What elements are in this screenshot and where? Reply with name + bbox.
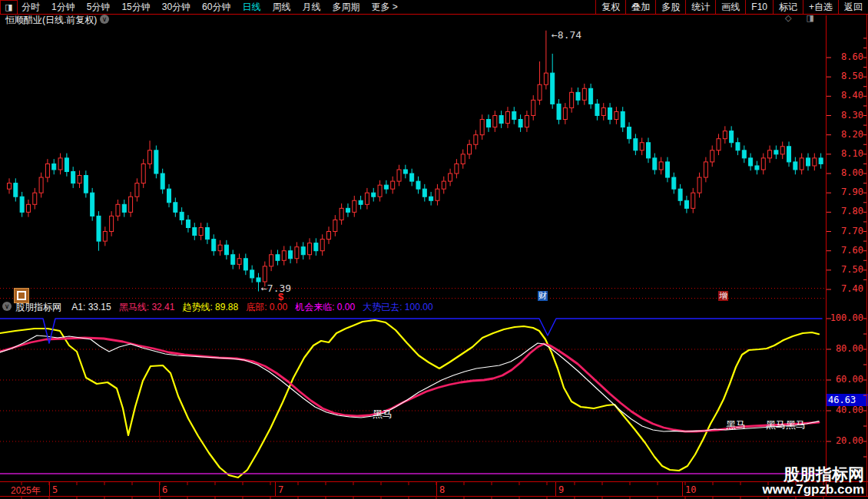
news-badge-zeng[interactable]: 增 bbox=[718, 291, 728, 301]
watermark-url: www.7gpzb.com bbox=[762, 483, 864, 497]
horse-signal-label: 黑马 bbox=[373, 408, 393, 421]
watermark-site: 股朋指标网 bbox=[762, 466, 864, 483]
horse-signal-label: 黑马黑马 bbox=[766, 418, 806, 432]
watermark: 股朋指标网 www.7gpzb.com bbox=[762, 466, 864, 497]
news-badge-cai[interactable]: 财 bbox=[538, 291, 548, 301]
horse-signal-label: 黑马 bbox=[726, 418, 746, 432]
low-price-callout: ←7.39 bbox=[261, 283, 291, 294]
return-tool-glyph bbox=[17, 291, 26, 300]
line-A1 bbox=[0, 335, 819, 431]
indicator-lines bbox=[0, 319, 822, 478]
high-price-callout: ←8.74 bbox=[552, 29, 581, 41]
dollar-event-marker[interactable]: $ bbox=[278, 291, 283, 302]
trading-app-window: ◨ 分时1分钟5分钟15分钟30分钟60分钟日线周线月线多周期更多 > 复权叠加… bbox=[0, 0, 868, 499]
return-tool-icon[interactable] bbox=[14, 288, 29, 303]
candlestick-series bbox=[8, 31, 823, 292]
line-大势已去 bbox=[0, 319, 822, 343]
line-黑马线 bbox=[0, 338, 819, 431]
